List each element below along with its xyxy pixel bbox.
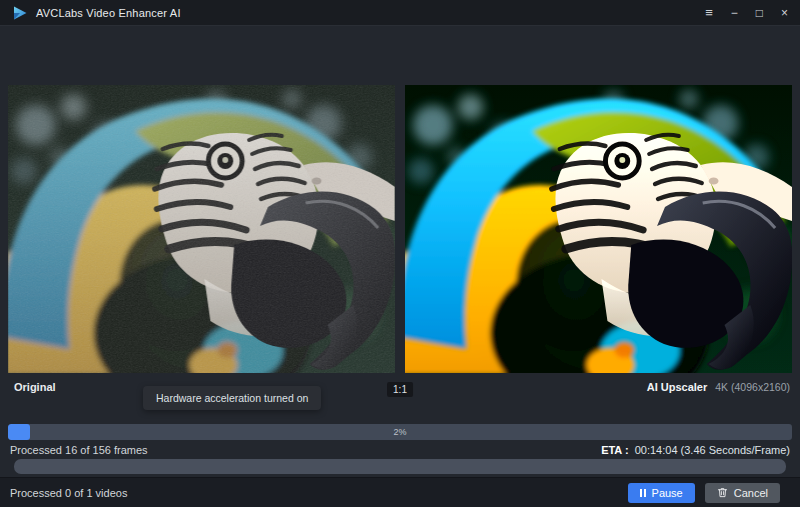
menu-icon[interactable]: ≡: [705, 6, 713, 19]
footer-actions: Pause Cancel: [628, 483, 780, 503]
original-label: Original: [14, 381, 56, 393]
eta-label: ETA :: [601, 444, 629, 456]
hardware-acceleration-tooltip: Hardware acceleration turned on: [143, 386, 321, 410]
titlebar: AVCLabs Video Enhancer AI ≡ − □ ×: [0, 0, 800, 26]
footer-bar: Processed 0 of 1 videos Pause Cancel: [0, 477, 800, 507]
window-controls: ≡ − □ ×: [705, 6, 788, 19]
frame-progress-percent: 2%: [8, 424, 792, 440]
enhanced-preview-image: [405, 85, 792, 373]
cancel-button-label: Cancel: [734, 487, 768, 499]
eta-status: ETA : 00:14:04 (3.46 Seconds/Frame): [601, 444, 790, 456]
video-progress-bar: [14, 459, 786, 474]
frames-status: Processed 16 of 156 frames: [10, 444, 148, 456]
zoom-ratio-badge[interactable]: 1:1: [387, 382, 413, 397]
app-title: AVCLabs Video Enhancer AI: [36, 7, 181, 19]
close-icon[interactable]: ×: [781, 7, 788, 19]
frame-progress-bar: 2%: [8, 424, 792, 440]
app-window: AVCLabs Video Enhancer AI ≡ − □ × Origin…: [0, 0, 800, 507]
pause-icon: [640, 489, 646, 497]
pause-button[interactable]: Pause: [628, 483, 695, 503]
maximize-icon[interactable]: □: [756, 7, 763, 19]
minimize-icon[interactable]: −: [731, 7, 738, 19]
resolution-value: 4K (4096x2160): [715, 381, 790, 393]
original-preview-image: [8, 85, 395, 373]
videos-status: Processed 0 of 1 videos: [10, 487, 127, 499]
trash-icon: [717, 487, 728, 498]
cancel-button[interactable]: Cancel: [705, 483, 780, 503]
app-logo-icon: [12, 5, 28, 21]
eta-value: 00:14:04 (3.46 Seconds/Frame): [635, 444, 790, 456]
ai-upscaler-label: AI Upscaler: [647, 381, 708, 393]
output-mode: AI Upscaler 4K (4096x2160): [647, 381, 790, 393]
pause-button-label: Pause: [652, 487, 683, 499]
